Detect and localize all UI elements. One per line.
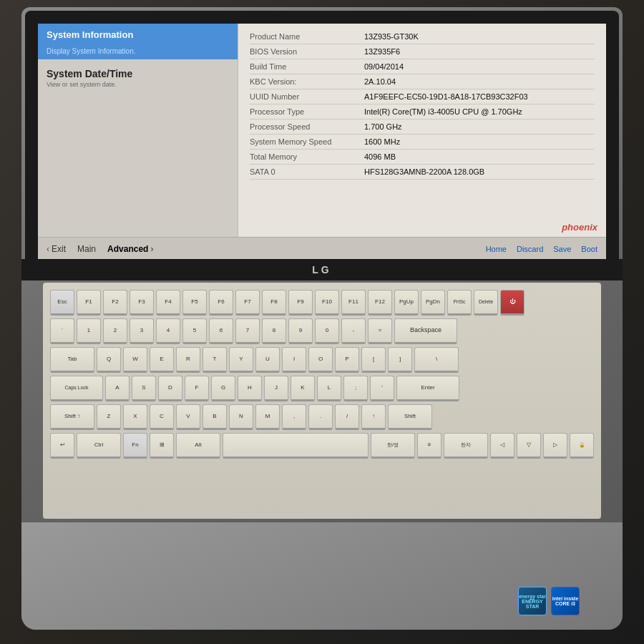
key-0[interactable]: 0: [315, 318, 339, 344]
key-hangul[interactable]: 한/영: [371, 433, 415, 459]
key-o[interactable]: O: [308, 347, 333, 373]
key-v[interactable]: V: [176, 404, 200, 430]
key-2[interactable]: 2: [103, 318, 127, 344]
key-pgup[interactable]: PgUp: [394, 290, 419, 316]
key-z[interactable]: Z: [97, 404, 121, 430]
key-f5[interactable]: F5: [182, 290, 207, 316]
key-left-arrow[interactable]: ◁: [490, 433, 514, 459]
key-enter[interactable]: Enter: [396, 376, 459, 401]
key-f1[interactable]: F1: [77, 290, 101, 316]
key-f12[interactable]: F12: [368, 290, 392, 316]
key-rbracket[interactable]: ]: [388, 347, 412, 373]
key-lshift[interactable]: Shift ↑: [50, 404, 94, 430]
key-f4[interactable]: F4: [156, 290, 180, 316]
key-fn[interactable]: Fn: [123, 433, 147, 459]
bios-row-label: Product Name: [250, 32, 364, 41]
key-7[interactable]: 7: [235, 318, 260, 344]
bios-nav-discard[interactable]: Discard: [517, 245, 543, 253]
key-r[interactable]: R: [176, 347, 200, 373]
key-power[interactable]: ⏻: [500, 290, 525, 316]
key-menu[interactable]: ≡: [417, 433, 441, 459]
key-spacebar[interactable]: [223, 433, 369, 459]
bios-nav-exit[interactable]: ‹ Exit: [47, 244, 66, 254]
key-9[interactable]: 9: [288, 318, 313, 344]
key-f7[interactable]: F7: [235, 290, 260, 316]
key-back[interactable]: ↩: [50, 433, 74, 459]
key-k[interactable]: K: [291, 376, 315, 401]
key-d[interactable]: D: [158, 376, 182, 401]
key-w[interactable]: W: [123, 347, 147, 373]
key-minus[interactable]: -: [341, 318, 366, 344]
key-t[interactable]: T: [203, 347, 227, 373]
key-a[interactable]: A: [105, 376, 130, 401]
laptop-screen: System Information Display System Inform…: [38, 24, 606, 260]
bios-row-value: A1F9EEFC-EC50-19D1-8A18-17CB93C32F03: [364, 92, 595, 101]
key-comma[interactable]: ,: [282, 404, 306, 430]
key-equals[interactable]: =: [368, 318, 392, 344]
bios-row-value: Intel(R) Core(TM) i3-4005U CPU @ 1.70GHz: [364, 107, 595, 116]
key-esc[interactable]: Esc: [50, 290, 74, 316]
key-f10[interactable]: F10: [315, 290, 339, 316]
bios-nav-advanced[interactable]: Advanced ›: [107, 244, 153, 254]
key-u[interactable]: U: [255, 347, 280, 373]
key-f[interactable]: F: [185, 376, 209, 401]
bios-row-label: KBC Version:: [250, 77, 364, 86]
key-f8[interactable]: F8: [262, 290, 286, 316]
key-5[interactable]: 5: [182, 318, 207, 344]
key-x[interactable]: X: [123, 404, 147, 430]
key-1[interactable]: 1: [77, 318, 101, 344]
key-prtsc[interactable]: PrtSc: [447, 290, 472, 316]
bios-nav-home[interactable]: Home: [486, 245, 507, 253]
key-f3[interactable]: F3: [130, 290, 154, 316]
bios-nav-save[interactable]: Save: [553, 245, 571, 253]
key-f11[interactable]: F11: [341, 290, 366, 316]
key-lbracket[interactable]: [: [361, 347, 386, 373]
key-b[interactable]: B: [203, 404, 227, 430]
key-y[interactable]: Y: [229, 347, 253, 373]
key-e[interactable]: E: [150, 347, 174, 373]
bios-row-value: 4096 MB: [364, 152, 595, 161]
key-semicolon[interactable]: ;: [343, 376, 368, 401]
key-8[interactable]: 8: [262, 318, 286, 344]
key-ctrl[interactable]: Ctrl: [77, 433, 121, 459]
key-p[interactable]: P: [335, 347, 359, 373]
key-up-arrow[interactable]: ↑: [361, 404, 386, 430]
key-q[interactable]: Q: [97, 347, 121, 373]
key-3[interactable]: 3: [130, 318, 154, 344]
key-backspace[interactable]: Backspace: [394, 318, 457, 344]
key-backtick[interactable]: `: [50, 318, 74, 344]
key-l[interactable]: L: [317, 376, 341, 401]
key-f2[interactable]: F2: [103, 290, 127, 316]
bios-nav-main[interactable]: Main: [77, 244, 96, 254]
key-h[interactable]: H: [238, 376, 262, 401]
key-m[interactable]: M: [255, 404, 280, 430]
key-n[interactable]: N: [229, 404, 253, 430]
exit-label[interactable]: Exit: [52, 244, 66, 254]
key-rshift[interactable]: Shift: [388, 404, 432, 430]
key-f9[interactable]: F9: [288, 290, 313, 316]
key-tab[interactable]: Tab: [50, 347, 94, 373]
key-4[interactable]: 4: [156, 318, 180, 344]
key-hanja[interactable]: 한자: [444, 433, 488, 459]
key-slash[interactable]: /: [335, 404, 359, 430]
key-j[interactable]: J: [264, 376, 288, 401]
key-down-arrow[interactable]: ▽: [517, 433, 541, 459]
key-delete[interactable]: Delete: [474, 290, 498, 316]
key-pgdn[interactable]: PgDn: [421, 290, 445, 316]
key-backslash[interactable]: \: [414, 347, 459, 373]
key-alt[interactable]: Alt: [176, 433, 220, 459]
key-quote[interactable]: ': [370, 376, 394, 401]
key-6[interactable]: 6: [209, 318, 233, 344]
key-i[interactable]: I: [282, 347, 306, 373]
bios-nav-boot[interactable]: Boot: [581, 245, 597, 253]
key-fingerprint[interactable]: 🔒: [570, 433, 594, 459]
key-period[interactable]: .: [308, 404, 333, 430]
key-win[interactable]: ⊞: [150, 433, 174, 459]
key-f6[interactable]: F6: [209, 290, 233, 316]
key-g[interactable]: G: [211, 376, 235, 401]
key-s[interactable]: S: [132, 376, 156, 401]
key-right-arrow[interactable]: ▷: [543, 433, 567, 459]
key-c[interactable]: C: [150, 404, 174, 430]
bios-row-label: Processor Speed: [250, 122, 364, 131]
key-capslock[interactable]: Caps Lock: [50, 376, 103, 401]
